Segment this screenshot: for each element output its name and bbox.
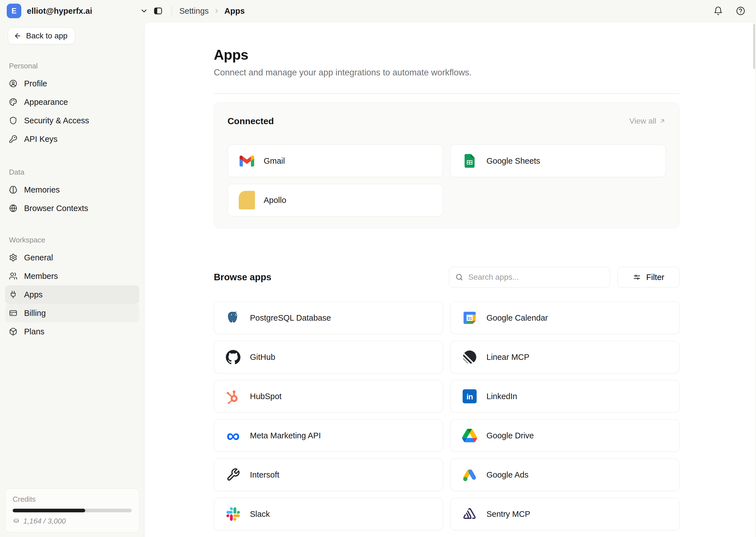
filter-button[interactable]: Filter	[617, 267, 680, 288]
app-card-google-drive[interactable]: Google Drive	[450, 419, 680, 452]
credits-progress-bar	[13, 509, 132, 512]
connected-card-apollo[interactable]: Apollo	[227, 184, 443, 216]
app-card-linear-mcp[interactable]: Linear MCP	[450, 341, 680, 373]
breadcrumb-separator-icon	[213, 8, 220, 14]
app-card-sentry-mcp[interactable]: Sentry MCP	[450, 498, 680, 530]
back-to-app-button[interactable]: Back to app	[8, 27, 75, 44]
section-label: Personal	[9, 62, 139, 70]
sidebar-toggle-icon[interactable]	[153, 6, 163, 16]
sidebar-item-memories[interactable]: Memories	[5, 181, 139, 199]
arrow-left-icon	[14, 32, 21, 40]
sidebar-item-appearance[interactable]: Appearance	[5, 93, 139, 111]
app-card-linkedin[interactable]: in LinkedIn	[450, 380, 680, 413]
connected-card-gmail[interactable]: Gmail	[227, 145, 443, 177]
app-name: Google Ads	[487, 470, 529, 479]
shield-icon	[9, 116, 18, 125]
search-apps-box	[449, 267, 610, 288]
browse-apps-heading: Browse apps	[214, 272, 271, 282]
app-name: Google Sheets	[487, 156, 540, 166]
google-ads-logo-icon	[461, 466, 478, 483]
meta-logo-icon: ∞	[225, 427, 242, 444]
sidebar-section-data: Data Memories Browser Contexts	[5, 168, 139, 218]
app-name: Sentry MCP	[487, 510, 530, 519]
google-sheets-logo-icon	[461, 152, 478, 169]
app-card-meta-marketing-api[interactable]: ∞ Meta Marketing API	[214, 419, 443, 452]
sidebar-item-label: General	[24, 253, 53, 262]
apollo-logo-icon	[238, 192, 255, 209]
palette-icon	[9, 98, 18, 106]
back-to-app-label: Back to app	[26, 31, 67, 40]
topbar-divider	[172, 6, 172, 16]
gear-icon	[9, 253, 18, 262]
sidebar-item-label: Memories	[24, 185, 60, 194]
app-card-google-calendar[interactable]: 31 Google Calendar	[450, 302, 680, 334]
app-name: PostgreSQL Database	[250, 313, 331, 323]
account-email: elliot@hyperfx.ai	[27, 6, 92, 16]
app-name: Meta Marketing API	[250, 431, 321, 440]
apps-grid: PostgreSQL Database 31 Google Calendar	[214, 302, 680, 537]
coins-icon	[13, 518, 20, 525]
slack-logo-icon	[225, 506, 242, 522]
postgresql-logo-icon	[225, 310, 242, 326]
sidebar-item-browser-contexts[interactable]: Browser Contexts	[5, 199, 139, 218]
sidebar-item-api-keys[interactable]: API Keys	[5, 130, 139, 148]
hubspot-logo-icon	[225, 388, 242, 405]
app-name: Google Calendar	[487, 313, 548, 323]
sidebar-item-label: Apps	[24, 290, 43, 299]
top-bar: E elliot@hyperfx.ai Settings Apps	[0, 0, 756, 22]
app-card-hubspot[interactable]: HubSpot	[214, 380, 443, 413]
section-label: Data	[9, 168, 139, 177]
app-name: Intersoft	[250, 470, 279, 479]
app-name: HubSpot	[250, 392, 282, 401]
scrollbar-thumb[interactable]	[753, 24, 755, 69]
app-name: Google Drive	[487, 431, 534, 440]
app-name: Apollo	[264, 196, 286, 205]
app-card-github[interactable]: GitHub	[214, 341, 443, 373]
divider	[214, 93, 680, 94]
app-card-postgresql[interactable]: PostgreSQL Database	[214, 302, 443, 334]
breadcrumb-apps: Apps	[224, 6, 245, 16]
sidebar-item-billing[interactable]: Billing	[5, 304, 139, 322]
sidebar-item-label: Appearance	[24, 98, 68, 107]
sidebar-item-plans[interactable]: Plans	[5, 322, 139, 341]
view-all-link[interactable]: View all	[629, 117, 666, 126]
notifications-bell-icon[interactable]	[713, 6, 723, 16]
box-icon	[9, 327, 18, 336]
credits-progress-fill	[13, 509, 85, 512]
section-label: Workspace	[9, 236, 139, 244]
breadcrumb-settings[interactable]: Settings	[179, 6, 209, 16]
sidebar-item-general[interactable]: General	[5, 248, 139, 267]
sidebar-item-label: Billing	[24, 309, 46, 318]
sidebar-section-personal: Personal Profile Appearance Security & A…	[5, 62, 139, 148]
brain-icon	[9, 186, 18, 194]
connected-heading: Connected	[227, 116, 274, 126]
app-card-google-ads[interactable]: Google Ads	[450, 459, 680, 491]
connected-card-google-sheets[interactable]: Google Sheets	[450, 145, 666, 177]
sidebar-section-workspace: Workspace General Members Apps Billing	[5, 236, 139, 341]
sidebar-item-security-access[interactable]: Security & Access	[5, 111, 139, 130]
sidebar-item-apps[interactable]: Apps	[5, 285, 139, 304]
chevron-down-icon	[140, 7, 148, 15]
search-icon	[455, 273, 463, 281]
user-circle-icon	[9, 79, 18, 88]
connected-section: Connected View all	[214, 102, 680, 228]
sidebar-item-profile[interactable]: Profile	[5, 74, 139, 93]
sidebar-item-label: Browser Contexts	[24, 204, 88, 213]
sidebar-item-label: Plans	[24, 327, 45, 336]
filter-label: Filter	[646, 273, 664, 282]
search-apps-input[interactable]	[449, 267, 610, 288]
app-card-intersoft[interactable]: Intersoft	[214, 459, 443, 491]
sidebar-item-members[interactable]: Members	[5, 267, 139, 285]
account-menu[interactable]: E elliot@hyperfx.ai	[7, 0, 148, 22]
linkedin-logo-icon: in	[461, 388, 478, 405]
avatar: E	[7, 4, 21, 18]
app-name: GitHub	[250, 352, 275, 362]
app-card-slack[interactable]: Slack	[214, 498, 443, 530]
sidebar-item-label: Profile	[24, 79, 47, 88]
help-icon[interactable]	[736, 6, 745, 16]
svg-text:31: 31	[467, 316, 472, 321]
filter-sliders-icon	[633, 273, 641, 281]
page-title: Apps	[214, 22, 680, 63]
arrow-up-right-icon	[659, 118, 666, 124]
google-drive-logo-icon	[461, 427, 478, 444]
